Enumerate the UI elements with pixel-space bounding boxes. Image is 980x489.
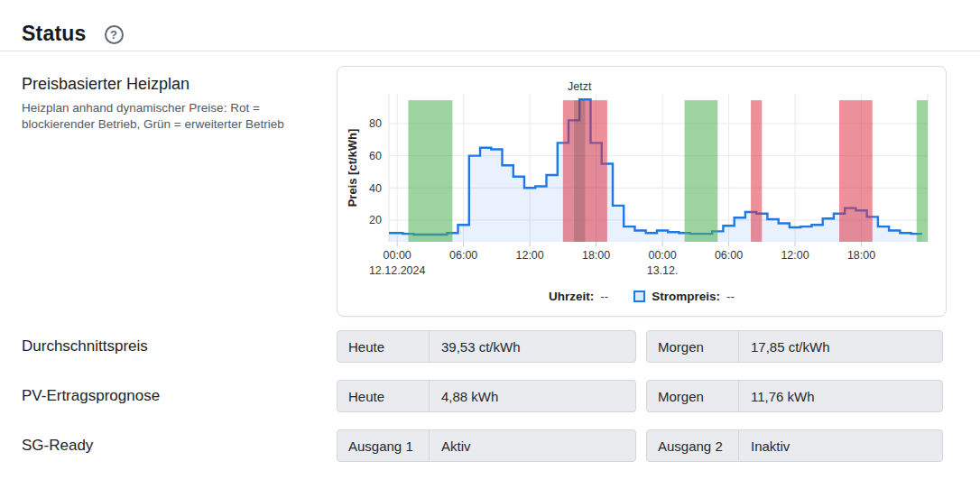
stat-row-sg-ready: SG-Ready Ausgang 1 Aktiv Ausgang 2 Inakt…	[22, 429, 980, 462]
legend-label: Strompreis:	[652, 290, 720, 303]
stat-row-durchschnittspreis: Durchschnittspreis Heute 39,53 ct/kWh Mo…	[22, 330, 980, 363]
x-tick-label: 00:00	[648, 249, 676, 262]
stat-box-morgen: Morgen 11,76 kWh	[646, 380, 943, 412]
stat-box-ausgang-1: Ausgang 1 Aktiv	[337, 429, 636, 462]
y-axis-title: Preis [ct/kWh]	[346, 129, 359, 208]
stat-value: 39,53 ct/kWh	[430, 331, 521, 362]
x-tick-label: 12:00	[781, 249, 809, 262]
stat-value: Inaktiv	[739, 430, 790, 461]
stat-key: Morgen	[647, 381, 739, 411]
heizplan-header: Preisbasierter Heizplan Heizplan anhand …	[22, 66, 337, 317]
blocked-operation-band	[839, 100, 873, 242]
stat-box-ausgang-2: Ausgang 2 Inaktiv	[646, 429, 943, 462]
stat-key: Ausgang 1	[337, 430, 430, 461]
x-tick-label: 18:00	[847, 249, 875, 262]
y-tick-label: 80	[369, 117, 382, 130]
y-tick-label: 60	[369, 150, 382, 162]
blocked-operation-band	[563, 100, 607, 242]
legend-item: Strompreis:--	[633, 290, 735, 303]
y-tick-label: 20	[369, 214, 382, 226]
header-divider	[0, 51, 980, 51]
legend-value: --	[600, 290, 608, 303]
stat-value: 11,76 kWh	[739, 381, 815, 411]
legend-value: --	[726, 290, 735, 303]
x-tick-label: 12:00	[515, 249, 543, 262]
page-title: Status	[22, 22, 87, 46]
stat-label: PV-Ertragsprognose	[22, 387, 337, 405]
stat-key: Morgen	[647, 331, 739, 362]
stat-key: Heute	[337, 331, 430, 362]
x-tick-label: 18:00	[582, 249, 610, 262]
heizplan-title: Preisbasierter Heizplan	[22, 75, 310, 94]
price-chart-card: Jetzt00:0012.12.202406:0012:0018:0000:00…	[337, 66, 947, 317]
stat-key: Ausgang 2	[647, 430, 739, 461]
blocked-operation-band	[751, 100, 762, 242]
stat-box-morgen: Morgen 17,85 ct/kWh	[646, 330, 943, 363]
page-header: Status ?	[22, 0, 980, 51]
help-icon[interactable]: ?	[105, 25, 124, 44]
stat-box-heute: Heute 39,53 ct/kWh	[337, 330, 636, 363]
legend-label: Uhrzeit:	[549, 290, 594, 303]
stat-value: 17,85 ct/kWh	[739, 331, 830, 362]
stat-row-pv-ertragsprognose: PV-Ertragsprognose Heute 4,88 kWh Morgen…	[22, 380, 980, 412]
x-date-label: 13.12.	[647, 264, 679, 277]
price-chart-canvas[interactable]: Jetzt00:0012.12.202406:0012:0018:0000:00…	[337, 67, 947, 283]
legend-item: Uhrzeit:--	[549, 290, 608, 303]
chart-legend: Uhrzeit:--Strompreis:--	[337, 281, 946, 310]
x-date-label: 12.12.2024	[369, 264, 426, 277]
extended-operation-band	[685, 100, 718, 242]
now-marker-band	[574, 100, 585, 242]
y-tick-label: 40	[369, 182, 382, 195]
x-tick-label: 06:00	[449, 249, 477, 262]
stat-value: Aktiv	[430, 430, 471, 461]
stat-label: Durchschnittspreis	[22, 337, 337, 355]
stat-value: 4,88 kWh	[430, 381, 498, 411]
heizplan-description: Heizplan anhand dynamischer Preise: Rot …	[22, 100, 294, 133]
now-label: Jetzt	[568, 80, 592, 93]
heizplan-row: Preisbasierter Heizplan Heizplan anhand …	[22, 66, 980, 317]
stat-label: SG-Ready	[22, 437, 337, 455]
strompreis-swatch-icon	[633, 291, 645, 302]
extended-operation-band	[408, 100, 452, 242]
x-tick-label: 06:00	[715, 249, 743, 262]
stat-box-heute: Heute 4,88 kWh	[337, 380, 636, 412]
status-page: Status ? Preisbasierter Heizplan Heizpla…	[0, 0, 980, 462]
stat-key: Heute	[337, 381, 430, 411]
extended-operation-band	[917, 100, 928, 242]
x-tick-label: 00:00	[384, 249, 411, 262]
